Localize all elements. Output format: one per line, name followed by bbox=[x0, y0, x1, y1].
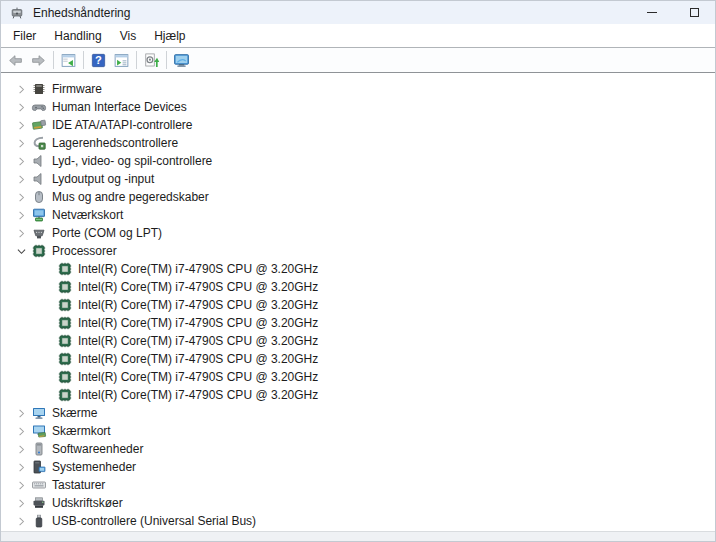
chevron-spacer bbox=[37, 278, 57, 296]
tree-item-label: Porte (COM og LPT) bbox=[52, 226, 162, 240]
chevron-right-icon[interactable] bbox=[11, 170, 31, 188]
toolbar-separator bbox=[166, 51, 167, 69]
tree-item-porte-com-og-lpt[interactable]: Porte (COM og LPT) bbox=[1, 224, 715, 242]
help-button[interactable]: ? bbox=[87, 49, 110, 71]
scan-hardware-icon bbox=[143, 52, 160, 69]
tree-item-netv-rkskort[interactable]: Netværkskort bbox=[1, 206, 715, 224]
keyboard-icon bbox=[31, 477, 47, 493]
tree-item-usb-controllere-universal-serial-bus[interactable]: USB-controllere (Universal Serial Bus) bbox=[1, 512, 715, 530]
tree-item-softwareenheder[interactable]: Softwareenheder bbox=[1, 440, 715, 458]
computer-monitor-icon bbox=[173, 52, 190, 69]
menu-item-vis[interactable]: Vis bbox=[111, 26, 145, 46]
device-manager-window: Enhedshåndtering FilerHandlingVisHjælp ?… bbox=[0, 0, 716, 542]
chevron-right-icon[interactable] bbox=[11, 512, 31, 530]
chevron-right-icon[interactable] bbox=[11, 152, 31, 170]
tree-item-label: Lydoutput og -input bbox=[52, 172, 154, 186]
tree-item-label: Intel(R) Core(TM) i7-4790S CPU @ 3.20GHz bbox=[78, 262, 318, 276]
chevron-spacer bbox=[37, 260, 57, 278]
tree-item-label: USB-controllere (Universal Serial Bus) bbox=[52, 514, 256, 528]
tree-item-processorer[interactable]: Processorer bbox=[1, 242, 715, 260]
printer-icon bbox=[31, 495, 47, 511]
forward-button[interactable] bbox=[27, 49, 50, 71]
chevron-right-icon[interactable] bbox=[11, 494, 31, 512]
tree-item-ide-ata-atapi-controllere[interactable]: IDE ATA/ATAPI-controllere bbox=[1, 116, 715, 134]
menu-item-handling[interactable]: Handling bbox=[45, 26, 110, 46]
chevron-right-icon[interactable] bbox=[11, 440, 31, 458]
tree-item-label: Intel(R) Core(TM) i7-4790S CPU @ 3.20GHz bbox=[78, 280, 318, 294]
minimize-icon bbox=[647, 12, 657, 13]
menu-item-hj-lp[interactable]: Hjælp bbox=[145, 26, 194, 46]
device-manager-app-icon bbox=[9, 5, 25, 21]
chevron-spacer bbox=[37, 368, 57, 386]
forward-arrow-icon bbox=[30, 52, 47, 69]
chevron-spacer bbox=[37, 350, 57, 368]
mouse-icon bbox=[31, 189, 47, 205]
tree-item-intel-r-core-tm-i7-4790s-cpu-3-20ghz[interactable]: Intel(R) Core(TM) i7-4790S CPU @ 3.20GHz bbox=[1, 260, 715, 278]
chevron-spacer bbox=[37, 296, 57, 314]
chevron-right-icon[interactable] bbox=[11, 80, 31, 98]
console-tree-window-icon bbox=[60, 52, 77, 69]
chevron-down-icon[interactable] bbox=[11, 242, 31, 260]
chevron-right-icon[interactable] bbox=[11, 404, 31, 422]
back-button[interactable] bbox=[4, 49, 27, 71]
ide-controller-icon bbox=[31, 117, 47, 133]
scan-for-hardware-changes-button[interactable] bbox=[140, 49, 163, 71]
tree-item-label: Intel(R) Core(TM) i7-4790S CPU @ 3.20GHz bbox=[78, 298, 318, 312]
display-adapter-icon bbox=[31, 423, 47, 439]
show-console-tree-button[interactable] bbox=[57, 49, 80, 71]
properties-button[interactable] bbox=[110, 49, 133, 71]
hid-gamepad-icon bbox=[31, 99, 47, 115]
chevron-right-icon[interactable] bbox=[11, 134, 31, 152]
properties-window-icon bbox=[113, 52, 130, 69]
minimize-button[interactable] bbox=[631, 1, 673, 24]
device-tree: FirmwareHuman Interface DevicesIDE ATA/A… bbox=[1, 73, 715, 531]
tree-item-label: Human Interface Devices bbox=[52, 100, 187, 114]
tree-item-firmware[interactable]: Firmware bbox=[1, 80, 715, 98]
tree-item-intel-r-core-tm-i7-4790s-cpu-3-20ghz[interactable]: Intel(R) Core(TM) i7-4790S CPU @ 3.20GHz bbox=[1, 368, 715, 386]
chevron-right-icon[interactable] bbox=[11, 116, 31, 134]
tree-item-human-interface-devices[interactable]: Human Interface Devices bbox=[1, 98, 715, 116]
processor-chip-icon bbox=[57, 387, 73, 403]
chevron-right-icon[interactable] bbox=[11, 476, 31, 494]
tree-item-label: Mus og andre pegeredskaber bbox=[52, 190, 209, 204]
chevron-right-icon[interactable] bbox=[11, 188, 31, 206]
menu-bar: FilerHandlingVisHjælp bbox=[1, 24, 715, 47]
chevron-right-icon[interactable] bbox=[11, 458, 31, 476]
processor-chip-icon bbox=[31, 243, 47, 259]
tree-item-systemenheder[interactable]: Systemenheder bbox=[1, 458, 715, 476]
computer-button[interactable] bbox=[170, 49, 193, 71]
tree-item-intel-r-core-tm-i7-4790s-cpu-3-20ghz[interactable]: Intel(R) Core(TM) i7-4790S CPU @ 3.20GHz bbox=[1, 314, 715, 332]
tree-item-mus-og-andre-pegeredskaber[interactable]: Mus og andre pegeredskaber bbox=[1, 188, 715, 206]
tree-item-intel-r-core-tm-i7-4790s-cpu-3-20ghz[interactable]: Intel(R) Core(TM) i7-4790S CPU @ 3.20GHz bbox=[1, 386, 715, 404]
tree-item-intel-r-core-tm-i7-4790s-cpu-3-20ghz[interactable]: Intel(R) Core(TM) i7-4790S CPU @ 3.20GHz bbox=[1, 332, 715, 350]
tree-item-intel-r-core-tm-i7-4790s-cpu-3-20ghz[interactable]: Intel(R) Core(TM) i7-4790S CPU @ 3.20GHz bbox=[1, 278, 715, 296]
chevron-right-icon[interactable] bbox=[11, 98, 31, 116]
monitor-icon bbox=[31, 405, 47, 421]
tree-item-lydoutput-og-input[interactable]: Lydoutput og -input bbox=[1, 170, 715, 188]
processor-chip-icon bbox=[57, 315, 73, 331]
tree-item-label: Intel(R) Core(TM) i7-4790S CPU @ 3.20GHz bbox=[78, 388, 318, 402]
tree-item-lyd-video-og-spil-controllere[interactable]: Lyd-, video- og spil-controllere bbox=[1, 152, 715, 170]
tree-item-intel-r-core-tm-i7-4790s-cpu-3-20ghz[interactable]: Intel(R) Core(TM) i7-4790S CPU @ 3.20GHz bbox=[1, 350, 715, 368]
chevron-right-icon[interactable] bbox=[11, 224, 31, 242]
help-question-icon: ? bbox=[90, 52, 107, 69]
tree-item-lagerenhedscontrollere[interactable]: Lagerenhedscontrollere bbox=[1, 134, 715, 152]
back-arrow-icon bbox=[7, 52, 24, 69]
tree-item-intel-r-core-tm-i7-4790s-cpu-3-20ghz[interactable]: Intel(R) Core(TM) i7-4790S CPU @ 3.20GHz bbox=[1, 296, 715, 314]
menu-item-filer[interactable]: Filer bbox=[4, 26, 45, 46]
chevron-right-icon[interactable] bbox=[11, 422, 31, 440]
processor-chip-icon bbox=[57, 279, 73, 295]
toolbar-separator bbox=[53, 51, 54, 69]
tree-item-sk-rmkort[interactable]: Skærmkort bbox=[1, 422, 715, 440]
maximize-button[interactable] bbox=[673, 1, 715, 24]
tree-item-tastaturer[interactable]: Tastaturer bbox=[1, 476, 715, 494]
svg-text:?: ? bbox=[95, 54, 102, 66]
firmware-chip-icon bbox=[31, 81, 47, 97]
tree-item-sk-rme[interactable]: Skærme bbox=[1, 404, 715, 422]
tree-item-udskriftsk-er[interactable]: Udskriftskøer bbox=[1, 494, 715, 512]
network-adapter-icon bbox=[31, 207, 47, 223]
tree-item-label: Firmware bbox=[52, 82, 102, 96]
chevron-right-icon[interactable] bbox=[11, 206, 31, 224]
tree-item-label: Intel(R) Core(TM) i7-4790S CPU @ 3.20GHz bbox=[78, 334, 318, 348]
tree-item-label: IDE ATA/ATAPI-controllere bbox=[52, 118, 192, 132]
